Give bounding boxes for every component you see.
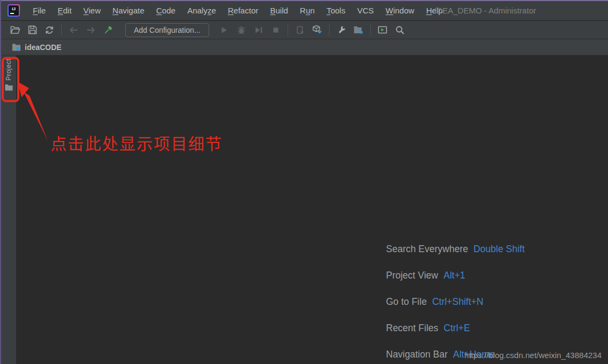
- editor-empty-area: Search EverywhereDouble ShiftProject Vie…: [16, 55, 608, 364]
- forward-icon[interactable]: [83, 23, 98, 37]
- menu-edit[interactable]: Edit: [52, 1, 77, 20]
- window-title: IDEA_DEMO - Administrator: [434, 1, 536, 20]
- window-left-border: [0, 0, 1, 364]
- toolbar-separator: [288, 25, 288, 35]
- window-top-border: [0, 0, 608, 1]
- breadcrumb[interactable]: ideaCODE: [12, 43, 61, 52]
- toolbar-separator: [370, 25, 371, 35]
- add-configuration-button[interactable]: Add Configuration...: [125, 23, 209, 37]
- shortcut-label: Recent Files: [386, 323, 438, 334]
- shortcut-key: Ctrl+E: [444, 323, 470, 334]
- menu-refactor[interactable]: Refactor: [222, 1, 264, 20]
- open-file-icon[interactable]: [8, 23, 23, 37]
- toolbar-separator: [61, 25, 62, 35]
- shortcut-row: Recent FilesCtrl+E: [386, 315, 525, 341]
- settings-wrench-icon[interactable]: [334, 23, 349, 37]
- package-update-icon[interactable]: [310, 23, 325, 37]
- shortcut-key: Double Shift: [474, 244, 525, 255]
- menu-navigate[interactable]: Navigate: [106, 1, 150, 20]
- main-menu: FileEditViewNavigateCodeAnalyzeRefactorB…: [27, 1, 449, 20]
- menu-run[interactable]: Run: [294, 1, 321, 20]
- main-toolbar: Add Configuration...: [1, 21, 608, 39]
- shortcut-label: Navigation Bar: [386, 349, 448, 360]
- project-structure-icon[interactable]: [351, 23, 366, 37]
- search-everywhere-icon[interactable]: [392, 23, 407, 37]
- watermark-url: https://blog.csdn.net/weixin_43884234: [464, 351, 602, 360]
- menu-file[interactable]: File: [27, 1, 52, 20]
- run-with-coverage-icon[interactable]: [251, 23, 266, 37]
- shortcut-key: Alt+1: [444, 270, 465, 281]
- breadcrumb-project-name: ideaCODE: [25, 43, 61, 52]
- menu-build[interactable]: Build: [264, 1, 294, 20]
- save-all-icon[interactable]: [25, 23, 40, 37]
- shortcut-label: Go to File: [386, 296, 427, 308]
- annotation-arrow: [15, 78, 53, 144]
- shortcut-row: Project ViewAlt+1: [386, 262, 525, 289]
- project-folder-icon: [12, 43, 21, 51]
- menu-window[interactable]: Window: [380, 1, 420, 20]
- debug-icon[interactable]: [234, 23, 249, 37]
- menu-view[interactable]: View: [77, 1, 106, 20]
- toolbar-separator: [329, 25, 330, 35]
- shortcuts-hint-panel: Search EverywhereDouble ShiftProject Vie…: [386, 236, 525, 364]
- run-icon[interactable]: [217, 23, 232, 37]
- shortcut-label: Search Everywhere: [386, 244, 468, 255]
- annotation-callout-text: 点击此处显示项目细节: [51, 131, 223, 154]
- menu-tools[interactable]: Tools: [320, 1, 351, 20]
- stop-icon[interactable]: [268, 23, 283, 37]
- intellij-idea-logo-icon: IJ: [8, 4, 20, 17]
- back-icon[interactable]: [66, 23, 81, 37]
- menu-code[interactable]: Code: [151, 1, 182, 20]
- shortcut-row: Search EverywhereDouble Shift: [386, 236, 525, 262]
- synchronize-icon[interactable]: [42, 23, 57, 37]
- menu-analyze[interactable]: Analyze: [181, 1, 221, 20]
- shortcut-label: Project View: [386, 270, 438, 281]
- menu-bar: IJ FileEditViewNavigateCodeAnalyzeRefact…: [1, 1, 608, 20]
- build-project-hammer-icon[interactable]: [101, 23, 116, 37]
- shortcut-row: Go to FileCtrl+Shift+N: [386, 289, 525, 315]
- menu-vcs[interactable]: VCS: [351, 1, 380, 20]
- console-run-icon[interactable]: [375, 23, 390, 37]
- shortcut-key: Ctrl+Shift+N: [432, 296, 483, 308]
- navigation-bar: ideaCODE: [1, 39, 608, 55]
- screen-device-icon[interactable]: [292, 23, 307, 37]
